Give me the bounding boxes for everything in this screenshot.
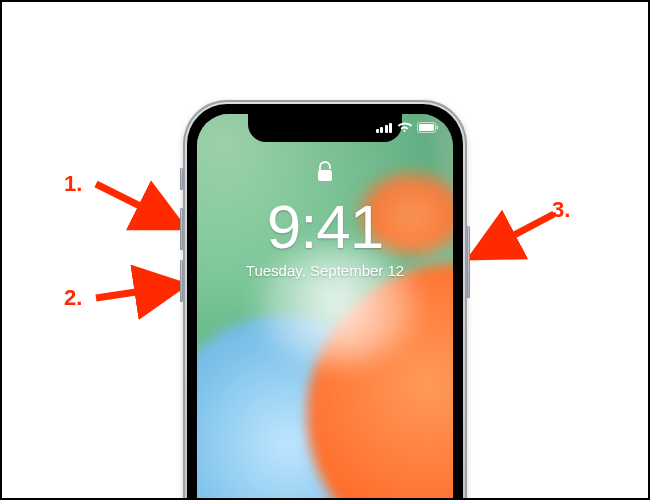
battery-icon [417,122,439,133]
cellular-signal-icon [376,123,393,133]
iphone-device: 9:41 Tuesday, September 12 [183,100,467,500]
side-button[interactable] [467,226,470,298]
callout-label-2: 2. [64,285,82,311]
lock-screen[interactable]: 9:41 Tuesday, September 12 [197,114,453,500]
phone-bezel: 9:41 Tuesday, September 12 [187,104,463,500]
wifi-icon [397,122,412,133]
status-bar [376,122,440,133]
svg-rect-4 [419,124,434,131]
arrow-2 [90,276,190,316]
lock-icon [316,160,334,188]
lock-date: Tuesday, September 12 [246,262,404,279]
arrow-3 [470,202,570,272]
diagram-stage: 1. 2. 3. [2,2,648,498]
svg-line-1 [96,286,176,298]
svg-line-0 [96,184,176,224]
arrow-1 [90,170,190,240]
volume-up-button[interactable] [180,208,183,250]
svg-line-2 [478,214,554,254]
mute-switch[interactable] [180,168,183,190]
svg-rect-5 [437,126,439,130]
lock-screen-content: 9:41 Tuesday, September 12 [197,160,453,279]
volume-down-button[interactable] [180,260,183,302]
lock-time: 9:41 [267,196,384,258]
svg-rect-6 [318,170,332,181]
callout-label-1: 1. [64,171,82,197]
